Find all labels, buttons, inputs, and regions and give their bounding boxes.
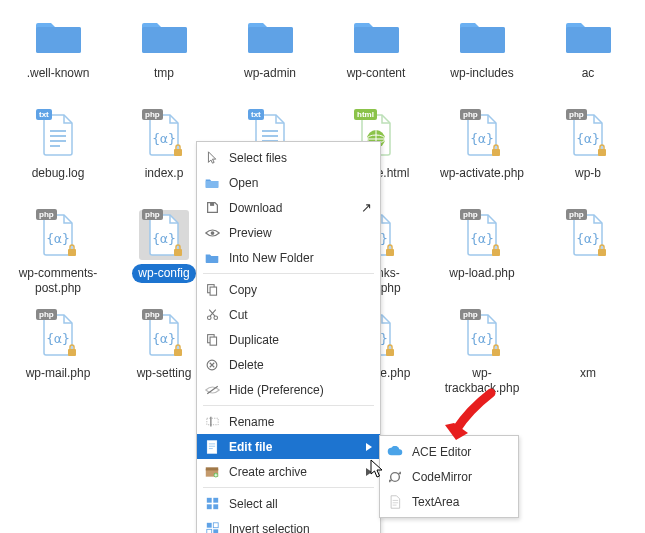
file-name: wp-config bbox=[132, 264, 195, 283]
folder-item[interactable]: tmp bbox=[111, 5, 217, 105]
submenu-codemirror[interactable]: CodeMirror bbox=[380, 464, 518, 489]
file-item[interactable]: {α}phpwp-b bbox=[535, 105, 641, 205]
file-item[interactable]: {α}phpwp-comments- post.php bbox=[5, 205, 111, 305]
folder-icon bbox=[563, 10, 613, 60]
svg-rect-1 bbox=[142, 27, 187, 53]
ctx-label: Open bbox=[229, 176, 372, 190]
svg-point-37 bbox=[213, 316, 217, 320]
svg-rect-35 bbox=[210, 287, 217, 295]
svg-rect-11 bbox=[492, 149, 500, 156]
folder-icon bbox=[351, 10, 401, 60]
folder-item[interactable]: ac bbox=[535, 5, 641, 105]
svg-rect-39 bbox=[210, 337, 217, 345]
ctx-label: Invert selection bbox=[229, 522, 372, 534]
file-item[interactable]: {α}phpwp-load.php bbox=[429, 205, 535, 305]
ctx-edit-file[interactable]: Edit file bbox=[197, 434, 380, 459]
file-name: tmp bbox=[148, 64, 180, 83]
ctx-duplicate[interactable]: Duplicate bbox=[197, 327, 380, 352]
context-menu: Select files Open Download ↗ Preview Int… bbox=[196, 141, 381, 533]
ctx-preview[interactable]: Preview bbox=[197, 220, 380, 245]
php-icon: {α}php bbox=[563, 210, 613, 260]
ctx-copy[interactable]: Copy bbox=[197, 277, 380, 302]
svg-rect-41 bbox=[206, 418, 217, 425]
php-icon: {α}php bbox=[457, 310, 507, 360]
submenu-label: TextArea bbox=[412, 495, 510, 509]
svg-rect-5 bbox=[566, 27, 611, 53]
folder-icon bbox=[245, 10, 295, 60]
ctx-into-new-folder[interactable]: Into New Folder bbox=[197, 245, 380, 270]
folder-item[interactable]: wp-content bbox=[323, 5, 429, 105]
ctx-create-archive[interactable]: Create archive bbox=[197, 459, 380, 484]
svg-rect-27 bbox=[174, 349, 182, 356]
file-name: wp-content bbox=[341, 64, 412, 83]
chevron-right-icon bbox=[366, 468, 372, 476]
php-icon: {α}php bbox=[33, 210, 83, 260]
svg-rect-53 bbox=[213, 529, 218, 533]
ctx-cut[interactable]: Cut bbox=[197, 302, 380, 327]
file-name: wp-admin bbox=[238, 64, 302, 83]
ctx-label: Select all bbox=[229, 497, 372, 511]
php-icon: {α}php bbox=[139, 310, 189, 360]
svg-rect-31 bbox=[492, 349, 500, 356]
file-item[interactable]: xm bbox=[535, 305, 641, 405]
ctx-invert-selection[interactable]: Invert selection bbox=[197, 516, 380, 533]
ctx-label: Preview bbox=[229, 226, 372, 240]
svg-rect-42 bbox=[207, 440, 216, 452]
file-item[interactable]: {α}php bbox=[535, 205, 641, 305]
chevron-right-icon bbox=[366, 443, 372, 451]
submenu-label: CodeMirror bbox=[412, 470, 510, 484]
file-item[interactable]: {α}phpwp-trackback.php bbox=[429, 305, 535, 405]
submenu-label: ACE Editor bbox=[412, 445, 510, 459]
txt-icon: txt bbox=[33, 110, 83, 160]
svg-point-36 bbox=[207, 316, 211, 320]
svg-rect-0 bbox=[36, 27, 81, 53]
file-item[interactable]: {α}phpwp-activate.php bbox=[429, 105, 535, 205]
file-item[interactable]: {α}phpwp-mail.php bbox=[5, 305, 111, 405]
ctx-hide[interactable]: Hide (Preference) bbox=[197, 377, 380, 402]
submenu-textarea[interactable]: TextArea bbox=[380, 489, 518, 514]
cursor-icon bbox=[203, 151, 221, 164]
separator bbox=[203, 273, 374, 274]
cut-icon bbox=[203, 308, 221, 321]
ctx-label: Cut bbox=[229, 308, 372, 322]
file-name: .well-known bbox=[21, 64, 96, 83]
svg-rect-17 bbox=[174, 249, 182, 256]
ctx-delete[interactable]: Delete bbox=[197, 352, 380, 377]
ctx-select-all[interactable]: Select all bbox=[197, 491, 380, 516]
ctx-download[interactable]: Download ↗ bbox=[197, 195, 380, 220]
php-icon: {α}php bbox=[33, 310, 83, 360]
php-icon: {α}php bbox=[563, 110, 613, 160]
ctx-label: Into New Folder bbox=[229, 251, 372, 265]
file-name: index.p bbox=[139, 164, 190, 183]
folder-item[interactable]: .well-known bbox=[5, 5, 111, 105]
svg-rect-32 bbox=[210, 203, 214, 206]
rename-icon bbox=[203, 415, 221, 428]
file-name: wp-setting bbox=[131, 364, 198, 383]
invert-icon bbox=[203, 522, 221, 533]
folder-open-icon bbox=[203, 177, 221, 189]
svg-rect-3 bbox=[354, 27, 399, 53]
separator bbox=[203, 487, 374, 488]
php-icon: {α}php bbox=[139, 110, 189, 160]
folder-icon bbox=[33, 10, 83, 60]
svg-rect-13 bbox=[598, 149, 606, 156]
file-name: wp-mail.php bbox=[20, 364, 97, 383]
file-item[interactable]: txtdebug.log bbox=[5, 105, 111, 205]
file-name: wp-comments- post.php bbox=[13, 264, 104, 298]
php-icon: {α}php bbox=[457, 210, 507, 260]
eye-icon bbox=[203, 228, 221, 238]
file-name bbox=[582, 264, 594, 268]
svg-rect-49 bbox=[213, 504, 218, 509]
ctx-rename[interactable]: Rename bbox=[197, 409, 380, 434]
ctx-select-files[interactable]: Select files bbox=[197, 145, 380, 170]
svg-rect-52 bbox=[206, 529, 211, 533]
ctx-label: Download bbox=[229, 201, 361, 215]
file-name: wp-trackback.php bbox=[432, 364, 532, 398]
folder-item[interactable]: wp-includes bbox=[429, 5, 535, 105]
submenu-ace-editor[interactable]: ACE Editor bbox=[380, 439, 518, 464]
ctx-open[interactable]: Open bbox=[197, 170, 380, 195]
edit-file-icon bbox=[203, 440, 221, 454]
file-name: xm bbox=[574, 364, 602, 383]
folder-item[interactable]: wp-admin bbox=[217, 5, 323, 105]
file-name: wp-activate.php bbox=[434, 164, 530, 183]
